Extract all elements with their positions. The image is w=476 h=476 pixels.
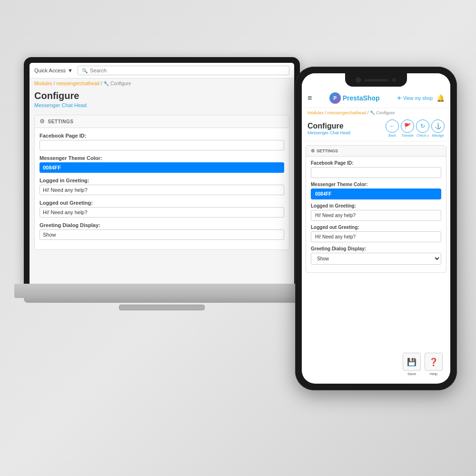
phone-body: ≡ P PrestaShop 👁 View my shop: [295, 67, 457, 390]
front-camera: [356, 78, 361, 82]
phone-logged-in-greeting-label: Logged in Greeting:: [311, 203, 441, 208]
phone-content: ≡ P PrestaShop 👁 View my shop: [302, 73, 450, 384]
logo-icon: P: [329, 92, 341, 104]
phone-device: ≡ P PrestaShop 👁 View my shop: [295, 67, 457, 390]
logged-out-greeting-label: Logged out Greeting:: [40, 200, 284, 206]
laptop-page-title: Configure: [30, 89, 294, 102]
phone-theme-color-label: Messenger Theme Color:: [311, 182, 441, 187]
dialog-display-label: Greeting Dialog Display:: [40, 222, 284, 228]
notifications-bell-icon[interactable]: 🔔: [436, 94, 445, 102]
phone-dialog-display-select[interactable]: Show Hide: [311, 253, 441, 265]
laptop-settings-header: ⚙ SETTINGS: [35, 115, 289, 128]
phone-page-subtitle: Messenger Chat Head: [307, 130, 350, 135]
dropdown-arrow-icon: ▼: [68, 68, 73, 73]
fb-page-id-input[interactable]: [40, 140, 284, 150]
view-shop-label: View my shop: [403, 96, 433, 101]
phone-breadcrumb-configure: Configure: [376, 110, 395, 115]
logged-in-greeting-label: Logged in Greeting:: [40, 178, 284, 183]
phone-field-theme-color: Messenger Theme Color:: [311, 182, 441, 199]
translate-icon: 🚩: [401, 119, 414, 133]
logged-in-greeting-input[interactable]: [40, 185, 284, 195]
phone-settings-section: ⚙ SETTINGS Facebook Page ID: Messenger T…: [306, 145, 446, 273]
laptop-field-fb-page-id: Facebook Page ID:: [40, 133, 284, 150]
eye-icon: 👁: [397, 96, 402, 101]
phone-logged-in-greeting-input[interactable]: [311, 210, 441, 221]
back-label: Back: [388, 134, 396, 137]
laptop-settings-section: ⚙ SETTINGS Facebook Page ID: Messenger T…: [34, 115, 289, 250]
back-button[interactable]: ← Back: [386, 119, 399, 137]
phone-settings-gear-icon: ⚙: [311, 149, 315, 153]
logo-shop: Shop: [363, 94, 380, 102]
laptop-search-box: 🔍: [78, 66, 289, 75]
laptop-device: Quick Access ▼ 🔍 Modules / messengerchat…: [14, 57, 309, 390]
search-icon: 🔍: [82, 68, 88, 73]
phone-breadcrumb-configure-icon: 🔧: [370, 110, 375, 115]
translate-button[interactable]: 🚩 Translat: [401, 119, 414, 137]
logo-presta: Presta: [343, 94, 363, 102]
phone-breadcrumb-modules[interactable]: Modules: [307, 110, 324, 115]
laptop-form: Facebook Page ID: Messenger Theme Color:…: [35, 128, 289, 249]
laptop-trackpad: [119, 305, 205, 310]
phone-breadcrumb: Modules / messengerchathead / 🔧 Configur…: [302, 108, 450, 118]
phone-field-fb-page-id: Facebook Page ID:: [311, 160, 441, 178]
quick-access-button[interactable]: Quick Access ▼: [34, 68, 73, 73]
prestashop-logo: P PrestaShop: [329, 92, 380, 104]
settings-header-label: SETTINGS: [48, 119, 74, 124]
laptop-bottom: [24, 294, 300, 303]
quick-access-label: Quick Access: [34, 68, 66, 73]
breadcrumb-modules[interactable]: Modules: [34, 81, 52, 86]
phone-logged-out-greeting-input[interactable]: [311, 231, 441, 242]
phone-logged-out-greeting-label: Logged out Greeting:: [311, 225, 441, 230]
translate-label: Translat: [401, 134, 413, 137]
manage-button[interactable]: ⚓ Manage: [431, 119, 445, 137]
phone-breadcrumb-messengerchathead[interactable]: messengerchathead: [327, 110, 367, 115]
theme-color-input[interactable]: [40, 162, 284, 173]
phone-settings-label: SETTINGS: [317, 149, 338, 153]
refresh-icon: ↻: [416, 119, 429, 133]
laptop-screen: Quick Access ▼ 🔍 Modules / messengerchat…: [30, 63, 294, 286]
phone-fb-page-id-label: Facebook Page ID:: [311, 160, 441, 166]
phone-header-right: 👁 View my shop 🔔: [397, 94, 445, 102]
phone-configure-header: Configure Messenger Chat Head: [307, 122, 350, 135]
fb-page-id-label: Facebook Page ID:: [40, 133, 284, 139]
dialog-display-input[interactable]: [40, 229, 284, 240]
phone-speaker: [365, 79, 388, 81]
laptop-field-logged-in-greeting: Logged in Greeting:: [40, 178, 284, 195]
laptop-page-subtitle: Messenger Chat Head: [30, 102, 294, 112]
hamburger-menu-icon[interactable]: ≡: [307, 94, 312, 102]
theme-color-label: Messenger Theme Color:: [40, 155, 284, 161]
breadcrumb-messengerchathead[interactable]: messengerchathead: [56, 81, 99, 86]
settings-gear-icon: ⚙: [40, 118, 45, 125]
view-my-shop-button[interactable]: 👁 View my shop: [397, 96, 433, 101]
back-icon: ←: [386, 119, 399, 133]
help-label: Help: [430, 372, 437, 376]
configure-icon: 🔧: [103, 81, 109, 86]
notch-sensor: [392, 78, 396, 82]
save-label: Save: [407, 372, 416, 376]
search-input[interactable]: [90, 68, 285, 73]
logo-text: PrestaShop: [343, 94, 380, 102]
phone-field-dialog-display: Greeting Dialog Display: Show Hide: [311, 246, 441, 265]
phone-fb-page-id-input[interactable]: [311, 167, 441, 178]
manage-label: Manage: [432, 134, 444, 137]
breadcrumb-configure: Configure: [110, 81, 131, 86]
phone-theme-color-input[interactable]: [311, 188, 441, 199]
phone-field-logged-in-greeting: Logged in Greeting:: [311, 203, 441, 221]
help-button[interactable]: ❓ Help: [425, 353, 443, 376]
laptop-topbar: Quick Access ▼ 🔍: [30, 63, 294, 79]
phone-field-logged-out-greeting: Logged out Greeting:: [311, 225, 441, 242]
laptop-field-dialog-display: Greeting Dialog Display:: [40, 222, 284, 240]
phone-screen: ≡ P PrestaShop 👁 View my shop: [302, 73, 450, 384]
anchor-icon: ⚓: [431, 119, 445, 133]
check-update-button[interactable]: ↻ Check u: [416, 119, 429, 137]
phone-page-title: Configure: [307, 122, 350, 130]
phone-toolbar: Configure Messenger Chat Head ← Back 🚩 T…: [302, 118, 450, 141]
save-icon: 💾: [403, 353, 421, 371]
help-icon: ❓: [425, 353, 443, 371]
logged-out-greeting-input[interactable]: [40, 207, 284, 218]
laptop-breadcrumb: Modules / messengerchathead / 🔧 Configur…: [30, 79, 294, 89]
save-button[interactable]: 💾 Save: [403, 353, 421, 376]
phone-bottom-actions: 💾 Save ❓ Help: [403, 353, 443, 376]
phone-form: Facebook Page ID: Messenger Theme Color:…: [306, 157, 446, 272]
logo-letter: P: [333, 96, 337, 101]
